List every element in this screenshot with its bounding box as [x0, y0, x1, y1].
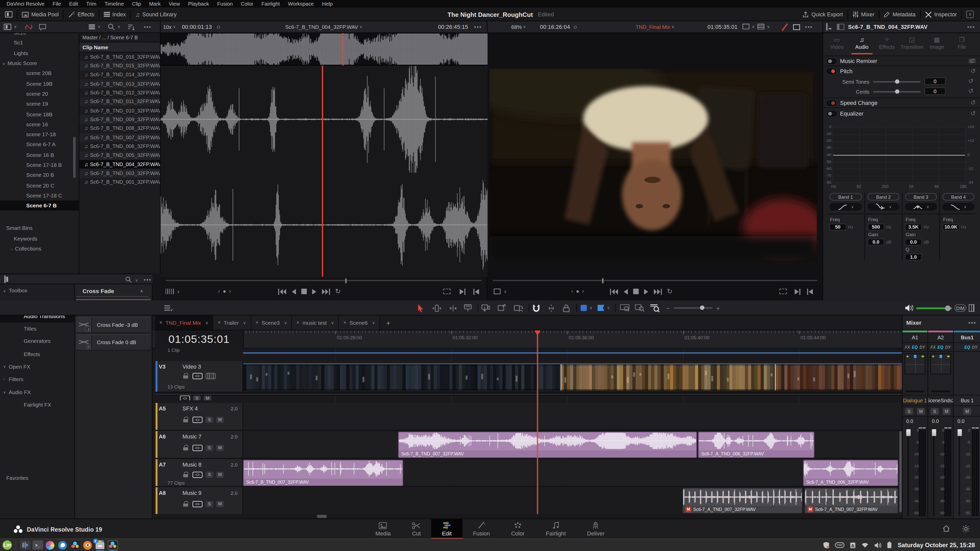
track-lock-icon[interactable] — [183, 472, 189, 477]
go-to-previous-edit-button[interactable] — [610, 288, 618, 294]
eq-band-shape-select[interactable]: ∨ — [905, 203, 937, 210]
multicam-icon[interactable] — [757, 24, 764, 29]
bin-item[interactable]: Scene 18B — [0, 109, 79, 119]
panel-toggle-icon[interactable] — [5, 11, 13, 17]
detail-zoom-icon[interactable] — [635, 303, 644, 312]
source-waveform-overview[interactable] — [161, 33, 487, 65]
audio-clip[interactable]: Sc6-7_A_TND_006_32FP.WAV — [803, 460, 898, 486]
timeline-marker-icon[interactable] — [574, 25, 577, 29]
overwrite-clip-button[interactable] — [497, 303, 506, 312]
track-header-v3[interactable]: V3 Video 3 <> 13 Clips — [155, 361, 243, 392]
source-playhead[interactable] — [322, 65, 323, 277]
clip-list-item[interactable]: ♫Sc6-7_B_TND_004_32FP.WAV — [80, 160, 160, 169]
bin-scrollbar[interactable] — [73, 137, 76, 178]
track-lock-icon[interactable] — [183, 373, 189, 379]
timeline-view-options-icon[interactable] — [164, 303, 172, 312]
clip-list-item[interactable]: ♫Sc6-7_B_TND_001_32FP.WAV — [80, 178, 160, 187]
play-button[interactable] — [312, 288, 317, 294]
search-options-chevron[interactable]: ∨ — [135, 278, 138, 283]
close-tab-icon[interactable]: × — [256, 320, 258, 326]
track-header-a5[interactable]: A5 SFX 4 2.0 <> S M — [155, 403, 243, 430]
timeline-tab[interactable]: ×TND_Final Mix∨ — [155, 316, 213, 330]
timeline-scrubber-handle[interactable] — [602, 278, 604, 283]
bin-item[interactable]: Scene 20 B — [0, 170, 79, 180]
close-tab-icon[interactable]: × — [297, 320, 299, 326]
stop-button[interactable] — [633, 289, 639, 294]
fader-value[interactable]: 0.0 — [954, 416, 980, 425]
timeline-tab[interactable]: ×Scene3∨ — [251, 316, 292, 330]
blade-edit-mode-tool[interactable] — [464, 303, 472, 312]
timeline-vertical-scrollbar[interactable] — [899, 431, 902, 514]
semi-tones-slider[interactable] — [873, 81, 921, 83]
eq-band-shape-select[interactable]: ∨ — [829, 203, 862, 210]
breadcrumb[interactable]: Master / ... / Scene 6-7 B — [80, 33, 160, 43]
unlink-media-icon[interactable] — [25, 24, 32, 30]
mixer-strip-a1[interactable]: A1 FXEQDY Dialogue 1 SM 0.0 0-5-10-15-20… — [902, 330, 928, 519]
menu-item[interactable]: Mark — [145, 0, 165, 6]
bin-item[interactable]: Scene 6-7 A — [0, 140, 79, 150]
source-options-icon[interactable]: ••• — [474, 24, 482, 30]
menu-item[interactable]: File — [48, 0, 65, 6]
zoom-slider[interactable] — [674, 307, 713, 309]
speaker-icon[interactable] — [905, 303, 913, 312]
semi-tones-reset-icon[interactable]: ↺ — [968, 78, 974, 84]
track-scroll-divider[interactable] — [155, 393, 902, 395]
track-header-a7[interactable]: A7 Music 8 2.0 <> S M 77 Clips — [155, 459, 243, 487]
clip-list-item[interactable]: ♫Sc6-7_B_TND_008_32FP.WAV — [80, 124, 160, 133]
prev-edit-icon[interactable] — [807, 289, 813, 295]
timeline-scrubber[interactable] — [493, 280, 818, 281]
volume-slider-handle[interactable] — [945, 305, 951, 311]
bin-item[interactable]: Sc16 — [0, 33, 79, 38]
clip-list-item[interactable]: ♫Sc6-7_B_TND_010_32FP.WAV — [80, 106, 160, 115]
source-in-timecode[interactable]: 00:00:01:13 — [182, 24, 212, 30]
clip-list-item[interactable]: ♫Sc6-7_B_TND_003_32FP.WAV — [80, 169, 160, 178]
timeline-tab[interactable]: ×music test∨ — [292, 316, 339, 330]
battery-icon[interactable] — [887, 541, 892, 548]
bin-item[interactable]: Scene 17-18 B — [0, 160, 79, 170]
bin-item[interactable]: scene 19 — [0, 99, 79, 109]
eq-gain-value[interactable]: 0.0 — [867, 239, 884, 246]
zoom-in-button[interactable]: + — [716, 303, 720, 312]
tab-audio[interactable]: ♫Audio — [850, 36, 874, 50]
dynamic-trim-mode-tool[interactable] — [449, 303, 457, 312]
pan-pad[interactable] — [930, 354, 951, 374]
mute-button[interactable]: M — [963, 408, 971, 414]
bin-item[interactable]: Scene 19B — [0, 78, 79, 89]
page-button[interactable]: Fairlight — [535, 519, 576, 539]
eq-freq-value[interactable]: 500 — [867, 224, 884, 230]
solo-button[interactable]: S — [206, 445, 213, 451]
tab-video[interactable]: ▭Video — [824, 36, 850, 50]
effects-panel-toggle-icon[interactable] — [4, 275, 6, 283]
auto-select-icon[interactable]: <> — [192, 472, 202, 478]
effects-tree-item[interactable]: ∨Open FX — [0, 360, 74, 373]
prev-edit-icon[interactable] — [473, 289, 479, 295]
blender-app-icon[interactable] — [82, 540, 93, 550]
effects-tree-item[interactable]: ∨Toolbox — [0, 284, 74, 297]
clip-view-icon[interactable] — [494, 289, 501, 294]
stop-button[interactable] — [301, 289, 307, 294]
sort-icon[interactable] — [127, 24, 135, 30]
page-button[interactable]: Color — [501, 519, 535, 539]
annotation-pen-icon[interactable] — [781, 22, 789, 31]
cents-reset-icon[interactable]: ↺ — [968, 87, 974, 94]
intel-icon[interactable]: intel — [835, 542, 845, 548]
page-button[interactable]: Cut — [401, 519, 431, 539]
home-icon[interactable] — [942, 525, 950, 534]
equalizer-toggle[interactable] — [827, 111, 836, 116]
zoom-out-button[interactable]: − — [667, 303, 670, 312]
menu-item[interactable]: Help — [318, 0, 337, 6]
page-button[interactable]: Media — [365, 519, 401, 539]
bin-item[interactable]: ∨Music Score — [0, 58, 79, 68]
bin-item[interactable]: Scene 20 C — [0, 180, 79, 190]
solo-button[interactable]: S — [206, 472, 213, 478]
track-lock-icon[interactable] — [183, 445, 189, 451]
menu-item[interactable]: Color — [237, 0, 257, 6]
eq-band-shape-select[interactable]: ∨ — [867, 203, 899, 210]
bin-item[interactable]: scene 16 — [0, 119, 79, 129]
collapse-panel-icon[interactable]: ∨ — [966, 11, 974, 18]
menu-item[interactable]: Fairlight — [257, 0, 284, 6]
page-button[interactable]: Deliver — [576, 519, 615, 539]
play-reverse-button[interactable] — [291, 288, 296, 294]
effects-tree-item[interactable]: ∨Audio FX — [0, 386, 74, 399]
bin-item[interactable]: Sc1 — [0, 38, 79, 48]
